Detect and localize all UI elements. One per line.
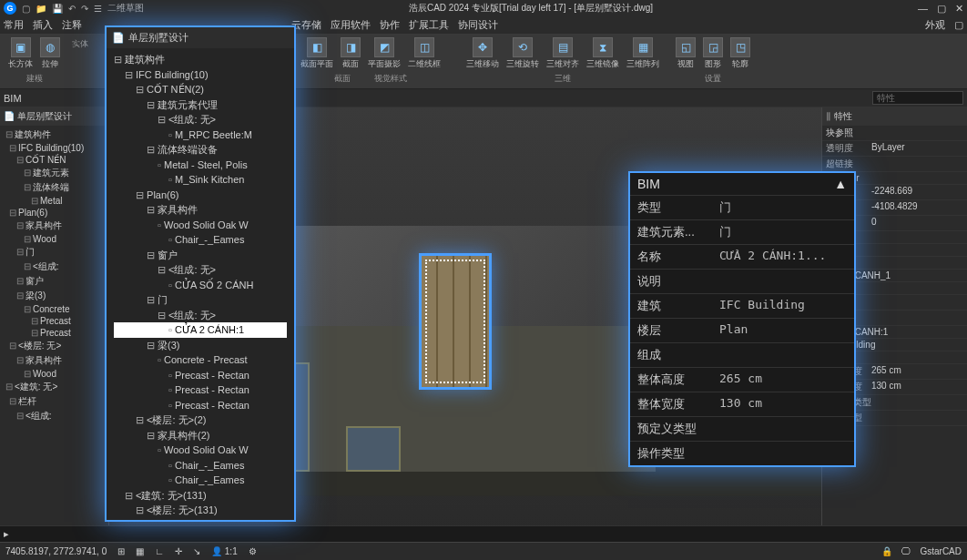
bim-property-row[interactable]: 预定义类型 [630, 416, 854, 441]
menu-apps[interactable]: 应用软件 [331, 18, 371, 32]
popup-tree-item[interactable]: Chair_-_Eames [114, 473, 287, 488]
new-icon[interactable]: ▢ [22, 4, 30, 14]
popup-tree-item[interactable]: 家具构件 [114, 202, 287, 218]
open-icon[interactable]: 📁 [36, 4, 46, 14]
collapse-icon[interactable]: ▲ [834, 177, 847, 191]
popup-tree-item[interactable]: 栏杆(2) [114, 518, 287, 523]
ribbon-3drotate-button[interactable]: ⟲三维旋转 [504, 36, 542, 71]
tree-item[interactable]: ⊟建筑元素 [2, 166, 107, 180]
tree-item[interactable]: ⊟建筑构件 [2, 127, 107, 142]
ribbon-box-button[interactable]: ▣长方体 [5, 36, 36, 71]
ortho-toggle[interactable]: ∟ [155, 546, 164, 556]
polar-toggle[interactable]: ✛ [175, 546, 182, 556]
tree-item[interactable]: ⊟梁(3) [2, 289, 107, 303]
command-bar[interactable]: ▸ [0, 525, 967, 542]
popup-tree-item[interactable]: Precast - Rectan [114, 382, 287, 398]
bim-property-row[interactable]: 组成 [630, 342, 854, 367]
tree-item[interactable]: ⊟门 [2, 245, 107, 260]
tree-item[interactable]: ⊟栏杆 [2, 394, 107, 409]
save-icon[interactable]: 💾 [52, 4, 63, 14]
tree-item[interactable]: ⊟Plan(6) [2, 207, 107, 219]
popup-tree-item[interactable]: <组成: 无> [114, 262, 287, 278]
tree-item[interactable]: ⊟流体终端 [2, 180, 107, 195]
popup-tree-item[interactable]: CỬA SỔ 2 CÁNH [114, 278, 287, 293]
scale-toggle[interactable]: ⚙ [249, 546, 257, 556]
popup-tree-item[interactable]: M_RPC Beetle:M [114, 127, 287, 143]
bim-property-row[interactable]: 说明 [630, 269, 854, 293]
popup-tree-item[interactable]: 梁(3) [114, 338, 287, 353]
minimize-icon[interactable]: — [918, 3, 928, 15]
tree-item[interactable]: ⊟家具构件 [2, 219, 107, 233]
bim-property-row[interactable]: 建筑IFC Building [630, 293, 854, 318]
ribbon-graphic-button[interactable]: ◲图形 [700, 36, 726, 71]
tree-item[interactable]: ⊟Wood [2, 368, 107, 380]
close-icon[interactable]: ✕ [955, 3, 963, 15]
redo-icon[interactable]: ↷ [81, 4, 88, 14]
bim-property-row[interactable]: 名称CỬA 2 CÁNH:1... [630, 244, 854, 269]
ribbon-outline-button[interactable]: ◳轮廓 [728, 36, 753, 71]
popup-tree-item[interactable]: CỐT NỀN(2) [114, 82, 287, 97]
popup-tree-item[interactable]: Wood Solid Oak W [114, 218, 287, 233]
popup-bim-properties[interactable]: BIM ▲ 类型门建筑元素...门名称CỬA 2 CÁNH:1...说明建筑IF… [628, 171, 856, 467]
popup-tree-item[interactable]: Plan(6) [114, 188, 287, 203]
popup-tree-item[interactable]: <组成: 无> [114, 308, 287, 323]
selected-door[interactable] [419, 253, 492, 390]
popup-tree-item[interactable]: <楼层: 无>(2) [114, 412, 287, 428]
track-toggle[interactable]: ↘ [193, 546, 200, 556]
popup-tree-item[interactable]: 家具构件(2) [114, 428, 287, 443]
popup-tree-item[interactable]: 门 [114, 292, 287, 308]
app-logo[interactable]: G [4, 2, 16, 15]
popup-tree-item[interactable]: Precast - Rectan [114, 398, 287, 413]
menu-coop[interactable]: 协同设计 [458, 18, 498, 32]
lock-icon[interactable]: 🔒 [881, 546, 892, 556]
popup-tree-item[interactable]: <组成: 无> [114, 112, 287, 127]
popup-tree-item[interactable]: Chair_-_Eames [114, 458, 287, 473]
bim-property-row[interactable]: 楼层Plan [630, 318, 854, 342]
bim-property-row[interactable]: 整体高度265 cm [630, 367, 854, 392]
tree-item[interactable]: ⊟IFC Building(10) [2, 142, 107, 154]
tree-item[interactable]: ⊟CỐT NỀN [2, 154, 107, 166]
ribbon-section-plane-button[interactable]: ◧截面平面 [298, 36, 336, 71]
tree-item[interactable]: ⊟家具构件 [2, 353, 107, 368]
ratio-label[interactable]: 👤 1:1 [211, 546, 238, 556]
search-icon[interactable]: ☰ [94, 4, 102, 14]
grid-toggle[interactable]: ▦ [136, 546, 144, 556]
popup-tree-item[interactable]: IFC Building(10) [114, 67, 287, 83]
popup-tree-item[interactable]: <楼层: 无>(131) [114, 503, 287, 518]
bim-property-row[interactable]: 建筑元素...门 [630, 219, 854, 244]
popup-tree-item[interactable]: 建筑元素代理 [114, 97, 287, 113]
popup-tree-item[interactable]: Wood Solid Oak W [114, 443, 287, 458]
search-input[interactable] [872, 91, 963, 105]
menu-collab[interactable]: 协作 [380, 18, 400, 32]
popup-tree-item[interactable]: CỬA 2 CÁNH:1 [114, 322, 287, 338]
bim-property-row[interactable]: 类型门 [630, 195, 854, 219]
tree-item[interactable]: ⊟Precast [2, 327, 107, 339]
popup-tree-item[interactable]: Chair_-_Eames [114, 232, 287, 248]
popup-tree-item[interactable]: 流体终端设备 [114, 142, 287, 158]
maximize-icon[interactable]: ▢ [937, 3, 946, 15]
ribbon-3dmirror-button[interactable]: ⧗三维镜像 [584, 36, 622, 71]
command-input[interactable] [9, 529, 963, 539]
ribbon-section-button[interactable]: ◨截面 [338, 36, 363, 71]
tree-item[interactable]: ⊟Precast [2, 315, 107, 327]
menu-annotate[interactable]: 注释 [62, 18, 82, 32]
layer-combo[interactable]: 二维草图 [107, 2, 144, 15]
tree-item[interactable]: ⊟Concrete [2, 303, 107, 315]
tree-item[interactable]: ⊟<组成: [2, 409, 107, 423]
monitor-icon[interactable]: 🖵 [901, 546, 911, 556]
popup-tree-item[interactable]: 建筑构件 [114, 52, 287, 67]
tree-item[interactable]: ⊟窗户 [2, 274, 107, 289]
ribbon-3dalign-button[interactable]: ▤三维对齐 [544, 36, 582, 71]
menu-common[interactable]: 常用 [4, 18, 24, 32]
bim-property-row[interactable]: 整体宽度130 cm [630, 392, 854, 416]
ribbon-extrude-button[interactable]: ◍拉伸 [37, 36, 63, 71]
tree-item[interactable]: ⊟Wood [2, 233, 107, 245]
tree-item[interactable]: ⊟<楼层: 无> [2, 339, 107, 353]
popup-tree-item[interactable]: 窗户 [114, 248, 287, 263]
snap-toggle[interactable]: ⊞ [117, 546, 125, 556]
popup-tree-item[interactable]: Precast - Rectan [114, 368, 287, 383]
menu-tools[interactable]: 扩展工具 [409, 18, 449, 32]
popup-tree-item[interactable]: <建筑: 无>(131) [114, 488, 287, 504]
ribbon-view-button[interactable]: ◱视图 [673, 36, 698, 71]
popup-bim-tree[interactable]: 📄 单层别墅设计 建筑构件IFC Building(10)CỐT NỀN(2)建… [105, 25, 296, 522]
